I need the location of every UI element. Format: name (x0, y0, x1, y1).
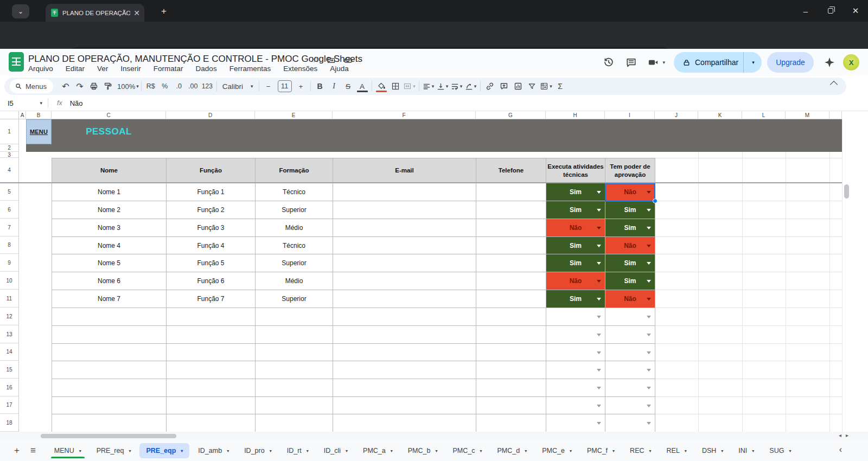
text-wrap-button[interactable]: ▾ (450, 79, 464, 93)
row-header-1[interactable]: 1 (0, 119, 19, 144)
menu-link-cell[interactable]: MENU (26, 119, 52, 144)
empty-cell[interactable] (476, 326, 546, 344)
empty-cell[interactable] (167, 326, 256, 344)
empty-cell[interactable] (333, 414, 476, 432)
menu-ajuda[interactable]: Ajuda (330, 65, 349, 73)
increase-decimals-button[interactable]: .00 (186, 79, 200, 93)
empty-cell[interactable] (333, 344, 476, 361)
empty-dropdown-cell[interactable] (546, 361, 605, 379)
scroll-tabs-left-icon[interactable]: ‹ (839, 445, 842, 454)
create-filter-button[interactable] (525, 79, 539, 93)
empty-cell[interactable] (52, 326, 167, 344)
cell-nome[interactable]: Nome 3 (52, 219, 167, 237)
print-button[interactable] (87, 79, 101, 93)
cell-email[interactable] (333, 237, 476, 254)
row-header-15[interactable]: 15 (0, 361, 19, 379)
cell-nome[interactable]: Nome 7 (52, 290, 167, 308)
sheet-tab-PMC_e[interactable]: PMC_e▾ (535, 443, 578, 458)
dropdown-arrow-icon[interactable] (647, 422, 651, 425)
dropdown-cell-executa[interactable]: Sim (546, 290, 605, 308)
row-header-8[interactable]: 8 (0, 236, 19, 254)
row-header-7[interactable]: 7 (0, 219, 19, 236)
cell-formacao[interactable]: Técnico (256, 183, 333, 201)
dropdown-cell-executa[interactable]: Sim (546, 254, 605, 272)
cell-telefone[interactable] (476, 237, 546, 254)
sheet-tab-MENU[interactable]: MENU▾ (48, 443, 88, 458)
dropdown-arrow-icon[interactable] (597, 334, 601, 336)
scroll-left-icon[interactable]: ◂ (839, 432, 841, 438)
row-header-16[interactable]: 16 (0, 379, 19, 396)
table-header-executa[interactable]: Executa atividades técnicas (546, 158, 605, 183)
cell-telefone[interactable] (476, 290, 546, 308)
font-select[interactable]: Calibri▾ (219, 79, 257, 93)
borders-button[interactable] (388, 79, 403, 93)
cell-email[interactable] (333, 254, 476, 272)
text-color-button[interactable]: A (355, 79, 369, 93)
menu-extensoes[interactable]: Extensões (283, 65, 317, 73)
cell-funcao[interactable]: Função 6 (167, 272, 256, 290)
cell-nome[interactable]: Nome 6 (52, 272, 167, 290)
empty-cell[interactable] (256, 344, 333, 361)
horizontal-scrollbar[interactable]: ◂▸ (0, 432, 868, 440)
cell-telefone[interactable] (476, 272, 546, 290)
cell-nome[interactable]: Nome 4 (52, 237, 167, 254)
empty-cell[interactable] (256, 379, 333, 397)
empty-dropdown-cell[interactable] (605, 308, 655, 326)
cell-formacao[interactable]: Superior (256, 290, 333, 308)
fill-color-button[interactable] (374, 79, 388, 93)
cell-telefone[interactable] (476, 201, 546, 219)
sheet-tab-REL[interactable]: REL▾ (660, 443, 693, 458)
functions-button[interactable]: Σ (553, 79, 567, 93)
cell-email[interactable] (333, 183, 476, 201)
empty-cell[interactable] (476, 397, 546, 414)
empty-cell[interactable] (167, 361, 256, 379)
menus-search[interactable]: Menus (10, 79, 53, 93)
column-header-B[interactable]: B (26, 111, 52, 119)
sheet-tab-INI[interactable]: INI▾ (732, 443, 761, 458)
row-header-3[interactable]: 3 (0, 152, 19, 158)
empty-cell[interactable] (256, 414, 333, 432)
column-header-L[interactable]: L (742, 111, 786, 119)
tab-close-icon[interactable]: ✕ (133, 9, 140, 17)
meet-video-button[interactable]: ▾ (648, 57, 665, 68)
empty-cell[interactable] (52, 308, 167, 326)
add-sheet-button[interactable]: + (14, 445, 20, 456)
empty-cell[interactable] (476, 361, 546, 379)
empty-cell[interactable] (256, 308, 333, 326)
sheet-tab-PMC_f[interactable]: PMC_f▾ (580, 443, 621, 458)
cell-formacao[interactable]: Técnico (256, 237, 333, 254)
column-header-C[interactable]: C (52, 111, 166, 119)
row-header-13[interactable]: 13 (0, 325, 19, 343)
table-header-funcao[interactable]: Função (167, 158, 256, 183)
empty-cell[interactable] (52, 379, 167, 397)
dropdown-arrow-icon[interactable] (647, 369, 651, 372)
undo-button[interactable]: ↶ (59, 79, 73, 93)
empty-cell[interactable] (333, 361, 476, 379)
dropdown-cell-executa[interactable]: Não (546, 272, 605, 290)
dropdown-arrow-icon[interactable] (647, 405, 651, 407)
sheet-tab-PMC_a[interactable]: PMC_a▾ (356, 443, 399, 458)
empty-cell[interactable] (333, 379, 476, 397)
empty-dropdown-cell[interactable] (546, 397, 605, 414)
window-restore-button[interactable] (818, 0, 843, 22)
cell-funcao[interactable]: Função 2 (167, 201, 256, 219)
empty-cell[interactable] (476, 379, 546, 397)
empty-dropdown-cell[interactable] (605, 326, 655, 344)
dropdown-arrow-icon[interactable] (597, 422, 601, 425)
cell-formacao[interactable]: Médio (256, 272, 333, 290)
paint-format-button[interactable] (101, 79, 115, 93)
column-header-D[interactable]: D (166, 111, 255, 119)
empty-cell[interactable] (52, 361, 167, 379)
cell-telefone[interactable] (476, 219, 546, 237)
empty-cell[interactable] (333, 308, 476, 326)
select-all-corner[interactable] (0, 111, 19, 119)
column-header-J[interactable]: J (655, 111, 698, 119)
dropdown-cell-executa[interactable]: Não (546, 219, 605, 237)
empty-cell[interactable] (167, 397, 256, 414)
sheet-tab-PMC_d[interactable]: PMC_d▾ (490, 443, 533, 458)
table-header-nome[interactable]: Nome (52, 158, 167, 183)
redo-button[interactable]: ↷ (73, 79, 87, 93)
dropdown-arrow-icon[interactable] (647, 298, 651, 300)
dropdown-cell-aprovacao[interactable]: Sim (605, 272, 655, 290)
star-document-icon[interactable]: ☆ (312, 55, 319, 65)
